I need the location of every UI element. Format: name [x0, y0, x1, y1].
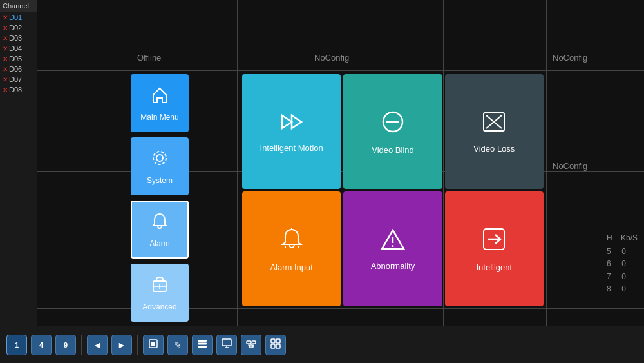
channel-d03[interactable]: ✕ D03	[0, 33, 37, 43]
system-label: System	[147, 176, 173, 185]
alarm-label: Alarm	[149, 239, 169, 248]
channel-d08[interactable]: ✕ D08	[0, 84, 37, 95]
channel-label-d01: D01	[9, 14, 22, 21]
taskbar-btn-4[interactable]: 4	[31, 335, 52, 355]
taskbar-btn-settings[interactable]	[265, 335, 286, 355]
taskbar-icon-1: 1	[15, 341, 19, 349]
left-menu-panel: Main Menu System Alarm	[131, 74, 234, 322]
svg-rect-32	[276, 344, 280, 348]
channel-d06[interactable]: ✕ D06	[0, 64, 37, 74]
minus-circle-icon	[380, 109, 406, 140]
grid-line-h3	[37, 308, 644, 309]
tile-video-loss[interactable]: Video Loss	[445, 74, 544, 189]
status-icon-d03: ✕	[3, 35, 8, 42]
x-box-icon	[481, 110, 507, 139]
advanced-label: Advanced	[142, 302, 176, 311]
tile-abnormality[interactable]: Abnormality	[343, 191, 442, 306]
channel-label-d07: D07	[9, 75, 22, 83]
status-icon-d04: ✕	[3, 45, 8, 52]
stats-panel: H Kb/S 5 0 6 0 7 0 8 0	[607, 232, 638, 295]
svg-rect-17	[198, 340, 207, 342]
stats-row-8: 8 0	[607, 283, 638, 295]
taskbar-divider-2	[137, 335, 138, 355]
tile-video-loss-label: Video Loss	[473, 144, 515, 153]
svg-rect-24	[252, 341, 256, 344]
warning-triangle-icon	[380, 228, 406, 256]
channel-d05[interactable]: ✕ D05	[0, 54, 37, 64]
status-icon-d07: ✕	[3, 76, 8, 83]
channel-d02[interactable]: ✕ D02	[0, 23, 37, 33]
status-icon-d01: ✕	[3, 14, 8, 21]
channel-d04[interactable]: ✕ D04	[0, 43, 37, 54]
main-menu-button[interactable]: Main Menu	[131, 74, 189, 132]
channel-header: Channel	[0, 0, 37, 12]
stats-row-5: 5 0	[607, 246, 638, 258]
alarm-bell-icon	[280, 226, 303, 257]
bell-icon	[150, 211, 169, 235]
taskbar-btn-9[interactable]: 9	[55, 335, 76, 355]
svg-rect-19	[198, 346, 207, 348]
prev-icon: ◄	[93, 340, 102, 350]
channel-label-d06: D06	[9, 65, 22, 73]
status-icon-d05: ✕	[3, 55, 8, 63]
taskbar: 1 4 9 ◄ ► ✎	[0, 326, 644, 363]
channel-d07[interactable]: ✕ D07	[0, 74, 37, 84]
svg-rect-16	[151, 342, 155, 346]
stats-row-6: 6 0	[607, 258, 638, 270]
noconfig-label-2: NoConfig	[553, 53, 587, 63]
taskbar-btn-prev[interactable]: ◄	[87, 335, 108, 355]
arrow-right-circle-icon	[481, 226, 507, 257]
tile-intelligent-motion-label: Intelligent Motion	[260, 143, 323, 153]
tile-grid: Intelligent Motion Video Blind Video	[242, 74, 544, 306]
pencil-icon: ✎	[174, 340, 182, 350]
monitor-icon	[222, 338, 232, 351]
grid-line-h1	[37, 70, 644, 71]
taskbar-icon-4: 4	[39, 341, 43, 349]
svg-point-0	[156, 155, 163, 161]
gear-icon	[150, 148, 169, 172]
status-icon-d08: ✕	[3, 86, 8, 93]
tile-intelligent-label: Intelligent	[476, 262, 512, 272]
svg-rect-30	[276, 339, 280, 343]
svg-rect-20	[222, 339, 231, 346]
channel-label-d04: D04	[9, 44, 22, 52]
tile-alarm-input[interactable]: Alarm Input	[242, 191, 341, 306]
taskbar-btn-fullscreen[interactable]	[143, 335, 164, 355]
fast-forward-icon	[279, 111, 305, 138]
home-icon	[150, 85, 169, 109]
taskbar-btn-1[interactable]: 1	[6, 335, 27, 355]
stats-header: H Kb/S	[607, 232, 638, 244]
list-icon	[197, 338, 207, 351]
svg-point-12	[392, 245, 393, 247]
grid-line-v2	[237, 0, 238, 326]
taskbar-divider-1	[81, 335, 82, 355]
alarm-button[interactable]: Alarm	[131, 201, 189, 259]
channel-d01[interactable]: ✕ D01	[0, 12, 37, 23]
taskbar-btn-network[interactable]	[241, 335, 261, 355]
channel-label-d05: D05	[9, 55, 22, 63]
taskbar-icon-9: 9	[64, 341, 68, 349]
next-icon: ►	[117, 340, 126, 350]
svg-point-1	[153, 152, 166, 164]
taskbar-btn-list[interactable]	[192, 335, 213, 355]
bag-icon	[150, 275, 169, 299]
system-button[interactable]: System	[131, 137, 189, 195]
main-menu-label: Main Menu	[140, 113, 178, 122]
svg-rect-23	[247, 341, 251, 344]
svg-rect-31	[271, 344, 275, 348]
taskbar-btn-edit[interactable]: ✎	[167, 335, 188, 355]
noconfig-label-1: NoConfig	[314, 53, 349, 63]
channel-label-d08: D08	[9, 86, 22, 93]
taskbar-btn-monitor[interactable]	[216, 335, 237, 355]
settings-icon	[270, 338, 281, 351]
tile-video-blind-label: Video Blind	[372, 145, 414, 155]
grid-line-v4	[546, 0, 547, 326]
fullscreen-icon	[148, 338, 158, 351]
tile-video-blind[interactable]: Video Blind	[343, 74, 442, 189]
taskbar-btn-next[interactable]: ►	[111, 335, 132, 355]
tile-intelligent-motion[interactable]: Intelligent Motion	[242, 74, 341, 189]
tile-abnormality-label: Abnormality	[371, 261, 415, 271]
advanced-button[interactable]: Advanced	[131, 264, 189, 322]
status-icon-d06: ✕	[3, 66, 8, 73]
tile-intelligent[interactable]: Intelligent	[445, 191, 544, 306]
